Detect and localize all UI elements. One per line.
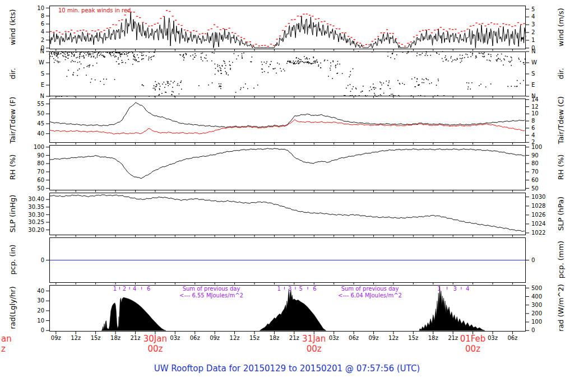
- y-tick-label: 300: [531, 302, 542, 308]
- wind-direction-dot: [134, 59, 135, 60]
- wind-direction-dot: [67, 96, 68, 97]
- y-tick-label: 30.35: [28, 204, 44, 210]
- wind-direction-dot: [330, 62, 331, 63]
- wind-direction-dot: [219, 65, 220, 66]
- wind-direction-dot: [118, 59, 119, 60]
- wind-direction-dot: [159, 95, 160, 96]
- y-tick-label: 4: [41, 29, 44, 35]
- wind-direction-dot: [272, 68, 274, 69]
- wind-direction-dot: [158, 83, 159, 84]
- wind-direction-dot: [406, 53, 408, 54]
- wind-direction-dot: [425, 55, 426, 56]
- wind-direction-dot: [172, 91, 173, 92]
- wind-direction-dot: [142, 58, 143, 59]
- wind-direction-dot: [154, 55, 155, 57]
- wind-direction-dot: [212, 82, 213, 83]
- wind-direction-dot: [100, 81, 101, 82]
- wind-direction-dot: [298, 58, 299, 59]
- wind-direction-dot: [135, 57, 136, 58]
- wind-direction-dot: [160, 86, 161, 87]
- wind-direction-dot: [202, 60, 203, 62]
- x-axis-tick-label: 15z: [404, 335, 423, 341]
- wind-direction-dot: [308, 62, 309, 63]
- wind-direction-dot: [490, 54, 492, 55]
- wind-direction-dot: [86, 66, 87, 67]
- wind-direction-dot: [122, 53, 123, 54]
- wind-direction-dot: [154, 88, 155, 89]
- wind-direction-dot: [281, 71, 282, 72]
- wind-direction-dot: [83, 55, 84, 57]
- wind-direction-dot: [138, 61, 140, 62]
- x-axis-date-label-partial: an z: [1, 334, 12, 354]
- wind-direction-dot: [240, 89, 241, 90]
- wind-direction-dot: [154, 52, 155, 53]
- y-tick-label: 0: [41, 257, 44, 263]
- wind-direction-dot: [86, 75, 87, 76]
- wind-direction-dot: [153, 88, 154, 89]
- wind-direction-dot: [423, 82, 424, 83]
- wind-direction-dot: [335, 66, 336, 67]
- wind-direction-dot: [381, 85, 382, 86]
- wind-direction-dot: [358, 51, 359, 52]
- wind-direction-dot: [196, 55, 197, 57]
- wind-direction-dot: [485, 87, 487, 88]
- wind-direction-dot: [104, 57, 105, 58]
- y-tick-label: 100: [531, 319, 542, 325]
- wind-direction-dot: [425, 53, 427, 54]
- wind-direction-dot: [349, 76, 350, 77]
- wind-direction-dot: [395, 95, 396, 96]
- wind-direction-dot: [404, 84, 405, 85]
- wind-direction-dot: [498, 58, 499, 59]
- wind-direction-dot: [116, 52, 117, 53]
- wind-direction-dot: [183, 59, 184, 60]
- wind-direction-dot: [109, 53, 110, 54]
- y-tick-label: 80: [531, 160, 539, 166]
- wind-direction-dot: [220, 88, 221, 89]
- wind-direction-dot: [314, 61, 316, 62]
- wind-direction-dot: [169, 83, 170, 85]
- wind-direction-dot: [51, 52, 52, 53]
- wind-direction-dot: [138, 57, 139, 58]
- wind-direction-dot: [117, 53, 118, 54]
- wind-direction-dot: [518, 58, 519, 59]
- wind-direction-dot: [497, 60, 498, 62]
- wind-direction-dot: [470, 88, 471, 90]
- wind-direction-dot: [425, 78, 427, 79]
- panel-direction-plot: NWSENNWSEN: [49, 52, 526, 96]
- wind-direction-dot: [86, 54, 87, 55]
- wind-direction-dot: [423, 80, 424, 81]
- wind-direction-dot: [470, 56, 471, 57]
- wind-direction-dot: [184, 57, 185, 58]
- wind-direction-dot: [186, 54, 187, 55]
- x-axis-date-label: 31Jan00z: [297, 334, 331, 354]
- wind-direction-dot: [49, 58, 50, 59]
- x-axis-tick-label: 12z: [225, 335, 244, 341]
- wind-direction-dot: [124, 51, 126, 52]
- wind-direction-dot: [411, 78, 413, 80]
- wind-direction-dot: [279, 64, 280, 65]
- wind-direction-dot: [299, 59, 300, 60]
- wind-direction-dot: [52, 51, 53, 52]
- wind-direction-dot: [220, 83, 221, 85]
- x-axis-tick-label: 09z: [364, 335, 383, 341]
- y-tick-label: 50: [37, 185, 44, 192]
- wind-direction-dot: [79, 62, 80, 63]
- y-tick-label: 30.25: [28, 219, 44, 225]
- wind-direction-dot: [118, 53, 119, 54]
- y-tick-label: 1024: [531, 221, 545, 227]
- wind-direction-dot: [327, 60, 328, 61]
- wind-direction-dot: [225, 68, 226, 69]
- wind-direction-dot: [457, 58, 458, 59]
- wind-direction-dot: [328, 76, 329, 77]
- wind-direction-dot: [57, 54, 58, 55]
- rad-hour-annotation: 1: [277, 286, 280, 292]
- wind-direction-dot: [114, 79, 115, 80]
- wind-direction-dot: [68, 58, 69, 59]
- wind-direction-dot: [50, 56, 51, 57]
- wind-direction-dot: [230, 69, 231, 70]
- wind-direction-dot: [320, 63, 321, 64]
- wind-direction-dot: [307, 59, 308, 60]
- wind-direction-dot: [128, 59, 129, 60]
- wind-direction-dot: [467, 88, 469, 90]
- wind-direction-dot: [242, 53, 243, 54]
